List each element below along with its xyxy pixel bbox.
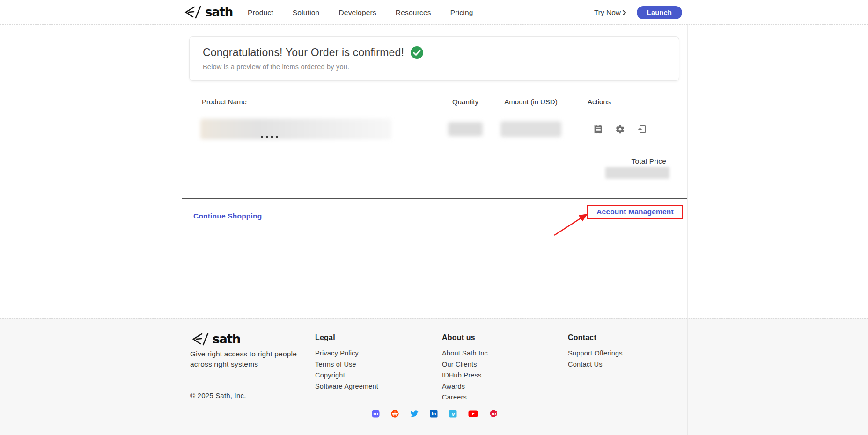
nav-right: Try Now Launch xyxy=(594,0,682,25)
annotation-arrow xyxy=(551,207,597,239)
confirmation-card: Congratulations! Your Order is confirmed… xyxy=(189,36,679,81)
footer-column-about: About us About Sath Inc Our Clients IDHu… xyxy=(442,334,488,403)
row-actions xyxy=(564,124,681,134)
footer-link-copyright[interactable]: Copyright xyxy=(315,370,378,381)
success-check-icon xyxy=(411,46,423,59)
nav-item-product[interactable]: Product xyxy=(248,8,273,17)
total-price-label: Total Price xyxy=(631,157,666,166)
footer-heading-contact: Contact xyxy=(568,334,623,342)
sath-logo[interactable]: sath xyxy=(183,5,233,19)
settings-gear-icon[interactable] xyxy=(615,124,625,134)
account-management-link[interactable]: Account Management xyxy=(596,208,674,216)
col-header-quantity: Quantity xyxy=(433,98,498,106)
main-content-column: Congratulations! Your Order is confirmed… xyxy=(182,25,688,318)
sath-logo-text: sath xyxy=(213,333,240,345)
footer-sath-logo[interactable]: sath xyxy=(190,332,240,346)
footer-link-careers[interactable]: Careers xyxy=(442,392,488,403)
col-header-amount: Amount (in USD) xyxy=(498,98,564,106)
footer-link-privacy-policy[interactable]: Privacy Policy xyxy=(315,348,378,359)
annotation-box: Account Management xyxy=(587,205,683,219)
linkedin-icon[interactable]: in xyxy=(430,410,438,418)
order-table: Product Name Quantity Amount (in USD) Ac… xyxy=(189,91,681,146)
order-confirmation-page: sath Product Solution Developers Resourc… xyxy=(0,0,868,435)
sath-logo-mark-icon xyxy=(183,5,204,19)
col-header-product-name: Product Name xyxy=(189,98,433,106)
footer-link-about-sath[interactable]: About Sath Inc xyxy=(442,348,488,359)
footer-link-terms-of-use[interactable]: Terms of Use xyxy=(315,359,378,370)
confirmation-subtitle: Below is a preview of the items ordered … xyxy=(203,63,666,71)
svg-text:m: m xyxy=(373,411,378,416)
footer-copyright: © 2025 Sath, Inc. xyxy=(190,392,246,399)
svg-text:m: m xyxy=(491,411,496,416)
twitter-icon[interactable] xyxy=(410,409,419,418)
launch-button[interactable]: Launch xyxy=(637,6,682,19)
confirmation-title: Congratulations! Your Order is confirmed… xyxy=(203,46,404,59)
footer-link-our-clients[interactable]: Our Clients xyxy=(442,359,488,370)
footer-heading-legal: Legal xyxy=(315,334,378,342)
footer-heading-about: About us xyxy=(442,334,488,342)
try-now-link[interactable]: Try Now xyxy=(594,8,626,17)
top-nav: sath Product Solution Developers Resourc… xyxy=(0,0,868,25)
order-table-header: Product Name Quantity Amount (in USD) Ac… xyxy=(189,91,681,112)
nav-item-resources[interactable]: Resources xyxy=(396,8,431,17)
receipt-icon[interactable] xyxy=(593,124,603,134)
footer-column-legal: Legal Privacy Policy Terms of Use Copyri… xyxy=(315,334,378,392)
order-table-row xyxy=(189,112,681,146)
footer-link-software-agreement[interactable]: Software Agreement xyxy=(315,381,378,392)
footer-tagline: Give right access to right people across… xyxy=(190,349,302,370)
reddit-icon[interactable] xyxy=(391,410,399,418)
redacted-amount xyxy=(500,121,561,137)
footer-content: sath Give right access to right people a… xyxy=(182,318,688,435)
mastodon-icon[interactable]: m xyxy=(372,410,380,418)
footer: sath Give right access to right people a… xyxy=(0,318,868,435)
footer-link-awards[interactable]: Awards xyxy=(442,381,488,392)
exit-app-icon[interactable] xyxy=(637,124,647,134)
redacted-product-name xyxy=(200,119,391,139)
continue-shopping-link[interactable]: Continue Shopping xyxy=(193,212,262,220)
footer-column-contact: Contact Support Offerings Contact Us xyxy=(568,334,623,370)
nav-item-developers[interactable]: Developers xyxy=(338,8,376,17)
social-links-row: m xyxy=(182,409,687,418)
youtube-icon[interactable] xyxy=(468,410,478,417)
redacted-text-remnant xyxy=(261,136,278,138)
sath-logo-mark-icon xyxy=(190,332,212,346)
nav-item-solution[interactable]: Solution xyxy=(293,8,320,17)
nav-item-pricing[interactable]: Pricing xyxy=(450,8,473,17)
sath-logo-text: sath xyxy=(205,6,233,18)
section-divider xyxy=(182,198,687,199)
svg-text:in: in xyxy=(431,411,436,416)
vimeo-icon[interactable]: v xyxy=(449,410,457,418)
redacted-quantity xyxy=(448,122,483,136)
footer-link-idhub-press[interactable]: IDHub Press xyxy=(442,370,488,381)
nav-links: Product Solution Developers Resources Pr… xyxy=(248,0,473,25)
redacted-total-price xyxy=(605,167,669,179)
try-now-label: Try Now xyxy=(594,8,621,17)
col-header-actions: Actions xyxy=(564,98,681,106)
chevron-right-icon xyxy=(622,10,626,15)
meetup-icon[interactable]: m xyxy=(489,409,498,418)
footer-link-contact-us[interactable]: Contact Us xyxy=(568,359,623,370)
footer-link-support-offerings[interactable]: Support Offerings xyxy=(568,348,623,359)
